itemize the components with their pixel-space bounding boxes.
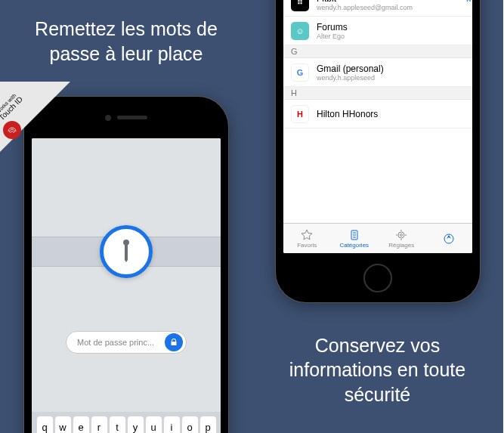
unlock-button[interactable] (165, 333, 183, 351)
key-q[interactable]: q (37, 416, 53, 433)
list-item[interactable]: ☺ForumsAlter Ego (283, 17, 472, 45)
tab-favoris-label: Favoris (297, 242, 317, 249)
app-logo-circle (100, 225, 153, 278)
list-item[interactable]: HHilton HHonors (283, 100, 472, 128)
tab-bar: Favoris Catégories Réglages (283, 223, 472, 253)
fitbit-icon: ⠿ (291, 0, 309, 11)
touchid-label: Touch ID (0, 95, 24, 122)
speaker-slot (117, 116, 147, 119)
touchid-works-with: Works with (0, 91, 18, 116)
section-header-G: G (283, 45, 472, 58)
vault-list-screen: ABCDEFGHIKMPSTUW ewendy.appleseedEtsyEts… (283, 0, 472, 253)
forums-icon: ☺ (291, 22, 309, 40)
svg-point-5 (400, 234, 403, 236)
list-item[interactable]: ⠿Fitbitwendy.h.appleseed@gmail.com (283, 0, 472, 17)
alphabet-index[interactable]: ABCDEFGHIKMPSTUW (465, 0, 472, 3)
items-scroll[interactable]: ABCDEFGHIKMPSTUW ewendy.appleseedEtsyEts… (283, 0, 472, 223)
svg-point-4 (398, 232, 404, 238)
tab-favoris[interactable]: Favoris (283, 224, 331, 253)
key-i[interactable]: i (164, 416, 180, 433)
item-title: Gmail (personal) (317, 63, 465, 74)
key-o[interactable]: o (182, 416, 198, 433)
star-icon (301, 229, 313, 241)
lock-screen: Mot de passe princ... qwertyuiop asdfghj… (32, 138, 221, 433)
phone-bottom (276, 253, 480, 302)
key-p[interactable]: p (200, 416, 216, 433)
key-r[interactable]: r (91, 416, 107, 433)
item-subtitle: wendy.h.appleseed (317, 74, 465, 82)
list-item[interactable]: GGmail (personal)wendy.h.appleseed (283, 58, 472, 87)
master-password-field[interactable]: Mot de passe princ... (66, 331, 187, 354)
phone-mockup-right: ABCDEFGHIKMPSTUW ewendy.appleseedEtsyEts… (276, 0, 480, 302)
index-W[interactable]: W (465, 0, 472, 3)
key-u[interactable]: u (146, 416, 162, 433)
key-t[interactable]: t (110, 416, 125, 433)
phone-top-bar (24, 97, 228, 138)
key-w[interactable]: w (55, 416, 71, 433)
tab-reglages[interactable]: Réglages (378, 224, 425, 253)
phone-screen-right: ABCDEFGHIKMPSTUW ewendy.appleseedEtsyEts… (283, 0, 472, 253)
categories-icon (348, 229, 360, 241)
item-title: Forums (317, 22, 465, 32)
item-subtitle: wendy.h.appleseed@gmail.com (317, 4, 465, 11)
gmail-icon: G (291, 63, 309, 82)
password-placeholder: Mot de passe princ... (77, 338, 154, 347)
promo-panel-right: ABCDEFGHIKMPSTUW ewendy.appleseedEtsyEts… (252, 0, 503, 433)
item-subtitle: Alter Ego (317, 32, 465, 40)
phone-screen-left: Mot de passe princ... qwertyuiop asdfghj… (32, 138, 221, 433)
camera-dot (105, 115, 111, 121)
headline-left: Remettez les mots de passe à leur place (0, 17, 252, 66)
sync-icon (443, 233, 455, 245)
hilton-icon: H (291, 105, 309, 123)
gear-icon (395, 229, 407, 241)
home-button[interactable] (363, 264, 392, 292)
headline-right: Conservez vos informations en toute sécu… (252, 333, 503, 407)
tab-sync[interactable] (425, 224, 473, 253)
key-y[interactable]: y (128, 416, 144, 433)
keyhole-icon (118, 237, 135, 266)
item-title: Hilton HHonors (317, 109, 465, 119)
tab-reglages-label: Réglages (388, 242, 414, 249)
fingerprint-icon (3, 121, 21, 139)
tab-categories-label: Catégories (339, 242, 369, 249)
phone-mockup-left: Mot de passe princ... qwertyuiop asdfghj… (24, 97, 228, 433)
promo-panel-left: Remettez les mots de passe à leur place … (0, 0, 252, 433)
tab-categories[interactable]: Catégories (331, 224, 379, 253)
key-e[interactable]: e (73, 416, 89, 433)
section-header-H: H (283, 87, 472, 100)
keyboard: qwertyuiop asdfghjkl (32, 412, 221, 433)
